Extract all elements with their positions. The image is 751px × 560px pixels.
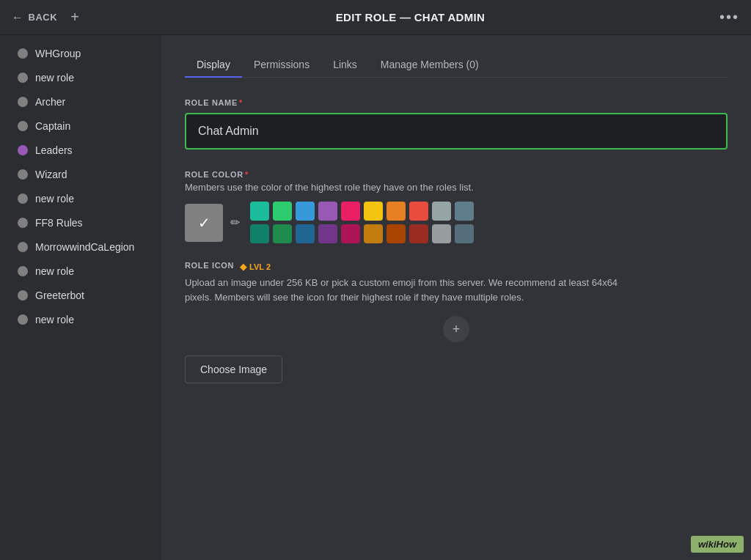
role-dot xyxy=(18,145,28,155)
sidebar-item-label: new role xyxy=(35,193,74,205)
choose-image-button[interactable]: Choose Image xyxy=(185,355,282,383)
tab-links[interactable]: Links xyxy=(321,53,369,78)
color-picker-row: ✓ ✏ xyxy=(185,202,728,243)
sidebar-item[interactable]: MorrowwindCaLegion xyxy=(6,235,155,259)
main-layout: WHGroupnew roleArcherCaptainLeadersWizar… xyxy=(0,35,751,560)
sidebar-item-label: Greeterbot xyxy=(35,290,84,301)
color-row-2 xyxy=(250,224,474,243)
tab-display[interactable]: Display xyxy=(185,53,242,78)
pencil-icon[interactable]: ✏ xyxy=(230,215,240,229)
add-member-button[interactable]: + xyxy=(443,316,469,342)
diamond-icon: ◆ xyxy=(240,262,246,272)
color-swatch[interactable] xyxy=(273,224,292,243)
color-swatch[interactable] xyxy=(250,224,269,243)
checkmark-icon: ✓ xyxy=(198,214,210,232)
color-required-indicator: * xyxy=(245,170,249,179)
role-name-label: ROLE NAME* xyxy=(185,98,728,107)
color-swatch[interactable] xyxy=(341,202,360,221)
sidebar-item-label: Captain xyxy=(35,120,70,132)
wikihow-text: wikiHow xyxy=(698,539,736,550)
color-swatch[interactable] xyxy=(364,224,383,243)
sidebar-item[interactable]: new role xyxy=(6,308,155,331)
sidebar-item-label: Leaders xyxy=(35,144,73,156)
add-role-button[interactable]: + xyxy=(70,9,79,26)
sidebar-item[interactable]: new role xyxy=(6,66,155,89)
add-member-icon-area: + xyxy=(185,316,728,342)
back-label: BACK xyxy=(29,12,58,23)
tab-manage-members[interactable]: Manage Members (0) xyxy=(369,53,491,78)
color-swatch[interactable] xyxy=(432,202,451,221)
sidebar-item[interactable]: Leaders xyxy=(6,139,155,162)
sidebar-item[interactable]: WHGroup xyxy=(6,42,155,65)
role-dot xyxy=(18,290,28,301)
role-dot xyxy=(18,169,28,180)
sidebar-item[interactable]: Wizard xyxy=(6,163,155,186)
page-title: EDIT ROLE — CHAT ADMIN xyxy=(79,11,719,23)
sidebar-item-label: Archer xyxy=(35,96,65,108)
level-label: LVL 2 xyxy=(249,262,271,271)
color-swatch[interactable] xyxy=(318,202,337,221)
color-swatch[interactable] xyxy=(387,202,406,221)
color-swatch[interactable] xyxy=(455,202,474,221)
sidebar-item-label: Wizard xyxy=(35,169,67,180)
sidebar-item[interactable]: Greeterbot xyxy=(6,284,155,307)
role-dot xyxy=(18,194,28,204)
role-color-description: Members use the color of the highest rol… xyxy=(185,182,728,193)
wikihow-watermark: wikiHow xyxy=(691,536,744,553)
color-swatch[interactable] xyxy=(341,224,360,243)
tab-permissions[interactable]: Permissions xyxy=(242,53,321,78)
level-badge: ◆ LVL 2 xyxy=(240,262,271,272)
color-swatch[interactable] xyxy=(432,224,451,243)
sidebar-item-label: new role xyxy=(35,72,74,84)
roles-sidebar: WHGroupnew roleArcherCaptainLeadersWizar… xyxy=(0,35,161,560)
top-bar: ← BACK + EDIT ROLE — CHAT ADMIN ••• xyxy=(0,0,751,35)
role-dot xyxy=(18,48,28,59)
sidebar-item[interactable]: Captain xyxy=(6,114,155,138)
back-button[interactable]: ← BACK xyxy=(12,11,57,24)
edit-role-content: Display Permissions Links Manage Members… xyxy=(161,35,751,560)
sidebar-item-label: WHGroup xyxy=(35,48,81,59)
sidebar-item[interactable]: new role xyxy=(6,187,155,210)
color-swatch[interactable] xyxy=(364,202,383,221)
role-dot xyxy=(18,266,28,276)
role-icon-label: ROLE ICON xyxy=(185,261,234,270)
sidebar-item[interactable]: Archer xyxy=(6,90,155,114)
color-swatch[interactable] xyxy=(318,224,337,243)
role-dot xyxy=(18,218,28,228)
color-swatch[interactable] xyxy=(455,224,474,243)
color-swatch[interactable] xyxy=(409,224,428,243)
role-icon-description: Upload an image under 256 KB or pick a c… xyxy=(185,276,625,304)
color-swatch[interactable] xyxy=(296,202,315,221)
tabs-bar: Display Permissions Links Manage Members… xyxy=(185,53,728,78)
sidebar-item[interactable]: FF8 Rules xyxy=(6,211,155,235)
role-dot xyxy=(18,97,28,107)
color-swatches-grid xyxy=(250,202,474,243)
color-swatch[interactable] xyxy=(273,202,292,221)
role-name-input-wrapper xyxy=(185,113,728,150)
role-color-label: ROLE COLOR* xyxy=(185,170,728,179)
sidebar-item-label: new role xyxy=(35,265,74,277)
color-swatch[interactable] xyxy=(387,224,406,243)
color-swatch[interactable] xyxy=(409,202,428,221)
color-swatch[interactable] xyxy=(250,202,269,221)
sidebar-item[interactable]: new role xyxy=(6,259,155,283)
role-dot xyxy=(18,73,28,83)
sidebar-item-label: MorrowwindCaLegion xyxy=(35,241,134,253)
color-row-1 xyxy=(250,202,474,221)
required-indicator: * xyxy=(239,98,243,107)
role-dot xyxy=(18,314,28,325)
sidebar-item-label: new role xyxy=(35,314,74,325)
more-options-button[interactable]: ••• xyxy=(719,9,739,26)
role-icon-title: ROLE ICON ◆ LVL 2 xyxy=(185,261,728,273)
sidebar-item-label: FF8 Rules xyxy=(35,217,83,229)
role-dot xyxy=(18,121,28,131)
back-arrow-icon: ← xyxy=(12,11,24,24)
selected-color-preview[interactable]: ✓ xyxy=(185,204,223,242)
color-swatch[interactable] xyxy=(296,224,315,243)
role-name-input[interactable] xyxy=(188,116,725,147)
role-icon-section: ROLE ICON ◆ LVL 2 Upload an image under … xyxy=(185,261,728,383)
role-dot xyxy=(18,242,28,252)
add-icon: + xyxy=(453,322,461,337)
